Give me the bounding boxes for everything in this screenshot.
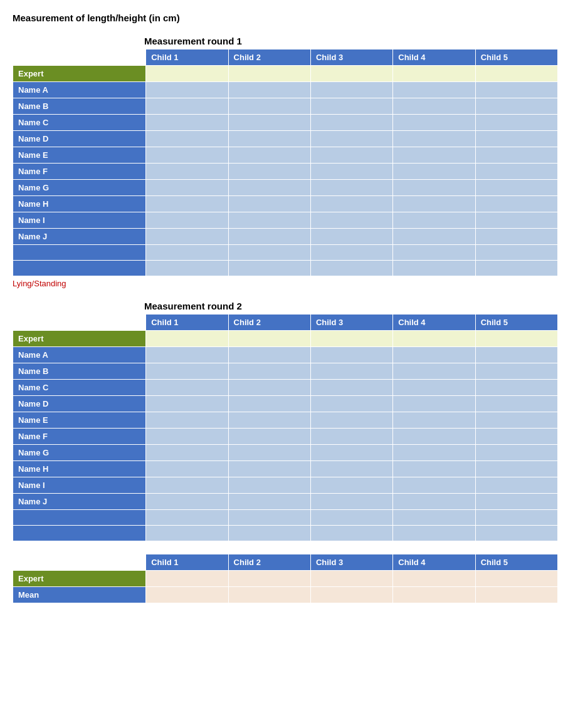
data-cell-0-1[interactable]: [146, 66, 228, 82]
data-cell-11-4[interactable]: [393, 510, 475, 526]
data-cell-8-3[interactable]: [310, 196, 392, 212]
data-cell-7-5[interactable]: [475, 445, 557, 461]
data-cell-12-1[interactable]: [146, 261, 228, 276]
data-cell-1-2[interactable]: [228, 82, 310, 98]
data-cell-9-1[interactable]: [146, 477, 228, 494]
data-cell-5-3[interactable]: [310, 412, 392, 429]
data-cell-9-4[interactable]: [393, 477, 475, 494]
data-cell-1-4[interactable]: [393, 347, 475, 363]
summary-cell-0-1[interactable]: [146, 571, 228, 587]
data-cell-6-3[interactable]: [310, 429, 392, 445]
data-cell-11-3[interactable]: [310, 245, 392, 261]
data-cell-7-4[interactable]: [393, 445, 475, 461]
data-cell-11-4[interactable]: [393, 245, 475, 261]
data-cell-8-3[interactable]: [310, 461, 392, 477]
data-cell-10-1[interactable]: [146, 494, 228, 510]
data-cell-4-3[interactable]: [310, 131, 392, 147]
data-cell-0-3[interactable]: [310, 66, 392, 82]
data-cell-1-5[interactable]: [475, 347, 557, 363]
data-cell-12-3[interactable]: [310, 526, 392, 541]
data-cell-9-2[interactable]: [228, 477, 310, 494]
data-cell-2-4[interactable]: [393, 363, 475, 380]
data-cell-9-5[interactable]: [475, 212, 557, 229]
data-cell-7-3[interactable]: [310, 180, 392, 196]
data-cell-3-1[interactable]: [146, 115, 228, 131]
data-cell-6-4[interactable]: [393, 164, 475, 180]
data-cell-10-2[interactable]: [228, 229, 310, 245]
data-cell-9-2[interactable]: [228, 212, 310, 229]
summary-cell-1-4[interactable]: [393, 587, 475, 603]
data-cell-11-1[interactable]: [146, 510, 228, 526]
data-cell-7-1[interactable]: [146, 445, 228, 461]
data-cell-0-1[interactable]: [146, 331, 228, 347]
data-cell-9-5[interactable]: [475, 477, 557, 494]
data-cell-0-5[interactable]: [475, 66, 557, 82]
data-cell-3-5[interactable]: [475, 380, 557, 396]
data-cell-12-5[interactable]: [475, 526, 557, 541]
data-cell-2-2[interactable]: [228, 363, 310, 380]
data-cell-10-4[interactable]: [393, 494, 475, 510]
data-cell-10-2[interactable]: [228, 494, 310, 510]
data-cell-8-5[interactable]: [475, 196, 557, 212]
summary-cell-1-3[interactable]: [310, 587, 392, 603]
summary-cell-1-1[interactable]: [146, 587, 228, 603]
data-cell-0-2[interactable]: [228, 66, 310, 82]
data-cell-7-3[interactable]: [310, 445, 392, 461]
data-cell-3-4[interactable]: [393, 380, 475, 396]
data-cell-3-5[interactable]: [475, 115, 557, 131]
data-cell-8-1[interactable]: [146, 196, 228, 212]
data-cell-0-3[interactable]: [310, 331, 392, 347]
data-cell-11-5[interactable]: [475, 245, 557, 261]
data-cell-4-1[interactable]: [146, 131, 228, 147]
data-cell-10-4[interactable]: [393, 229, 475, 245]
summary-cell-1-2[interactable]: [228, 587, 310, 603]
data-cell-2-4[interactable]: [393, 98, 475, 115]
data-cell-8-2[interactable]: [228, 196, 310, 212]
data-cell-10-5[interactable]: [475, 229, 557, 245]
data-cell-0-4[interactable]: [393, 66, 475, 82]
data-cell-6-4[interactable]: [393, 429, 475, 445]
data-cell-6-2[interactable]: [228, 429, 310, 445]
data-cell-12-2[interactable]: [228, 526, 310, 541]
data-cell-12-2[interactable]: [228, 261, 310, 276]
data-cell-4-4[interactable]: [393, 131, 475, 147]
data-cell-8-4[interactable]: [393, 196, 475, 212]
data-cell-12-3[interactable]: [310, 261, 392, 276]
data-cell-5-2[interactable]: [228, 412, 310, 429]
data-cell-12-4[interactable]: [393, 526, 475, 541]
data-cell-11-2[interactable]: [228, 245, 310, 261]
data-cell-2-1[interactable]: [146, 98, 228, 115]
data-cell-0-4[interactable]: [393, 331, 475, 347]
data-cell-7-5[interactable]: [475, 180, 557, 196]
data-cell-8-1[interactable]: [146, 461, 228, 477]
data-cell-2-3[interactable]: [310, 363, 392, 380]
data-cell-11-1[interactable]: [146, 245, 228, 261]
data-cell-8-2[interactable]: [228, 461, 310, 477]
data-cell-6-1[interactable]: [146, 429, 228, 445]
data-cell-2-5[interactable]: [475, 98, 557, 115]
data-cell-5-5[interactable]: [475, 147, 557, 164]
data-cell-4-4[interactable]: [393, 396, 475, 412]
data-cell-12-5[interactable]: [475, 261, 557, 276]
data-cell-6-1[interactable]: [146, 164, 228, 180]
data-cell-2-2[interactable]: [228, 98, 310, 115]
data-cell-10-3[interactable]: [310, 229, 392, 245]
data-cell-1-4[interactable]: [393, 82, 475, 98]
data-cell-4-2[interactable]: [228, 396, 310, 412]
data-cell-11-5[interactable]: [475, 510, 557, 526]
summary-cell-0-3[interactable]: [310, 571, 392, 587]
data-cell-11-2[interactable]: [228, 510, 310, 526]
data-cell-3-2[interactable]: [228, 115, 310, 131]
data-cell-1-5[interactable]: [475, 82, 557, 98]
data-cell-7-2[interactable]: [228, 180, 310, 196]
data-cell-3-1[interactable]: [146, 380, 228, 396]
data-cell-3-3[interactable]: [310, 115, 392, 131]
data-cell-2-5[interactable]: [475, 363, 557, 380]
data-cell-4-2[interactable]: [228, 131, 310, 147]
data-cell-3-3[interactable]: [310, 380, 392, 396]
data-cell-5-4[interactable]: [393, 412, 475, 429]
data-cell-0-2[interactable]: [228, 331, 310, 347]
summary-cell-0-2[interactable]: [228, 571, 310, 587]
data-cell-10-5[interactable]: [475, 494, 557, 510]
data-cell-5-5[interactable]: [475, 412, 557, 429]
